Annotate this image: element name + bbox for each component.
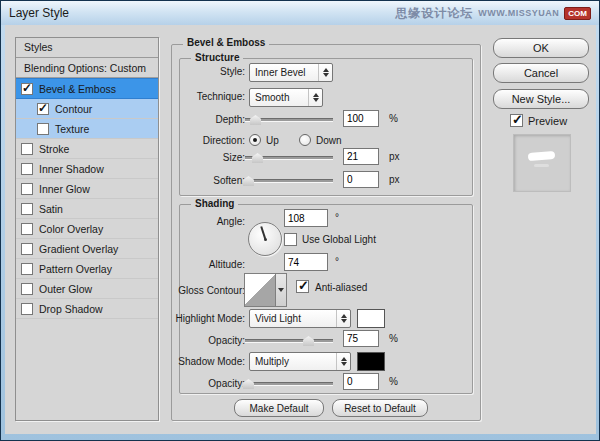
- make-default-button[interactable]: Make Default: [234, 399, 324, 417]
- structure-group-title: Structure: [191, 52, 243, 63]
- shadow-color-swatch[interactable]: [357, 352, 385, 371]
- window-title: Layer Style: [9, 6, 69, 20]
- highlight-opacity-label: Opacity:: [169, 335, 245, 346]
- bevel-emboss-checkbox[interactable]: [21, 83, 33, 95]
- preview-layer-shadow: [534, 164, 549, 167]
- sidebar-item-inner-shadow[interactable]: Inner Shadow: [16, 159, 158, 179]
- size-slider[interactable]: [245, 156, 333, 160]
- satin-checkbox[interactable]: [21, 203, 33, 215]
- contour-checkbox[interactable]: [37, 103, 49, 115]
- technique-label: Technique:: [169, 91, 245, 102]
- soften-label: Soften:: [169, 175, 245, 186]
- sidebar-item-stroke[interactable]: Stroke: [16, 139, 158, 159]
- use-global-light-checkbox[interactable]: [284, 233, 297, 246]
- sidebar-item-outer-glow[interactable]: Outer Glow: [16, 279, 158, 299]
- inner-glow-checkbox[interactable]: [21, 183, 33, 195]
- sidebar-item-label: Texture: [55, 123, 89, 135]
- sidebar-item-label: Satin: [39, 203, 63, 215]
- sidebar-item-blending-options[interactable]: Blending Options: Custom: [16, 58, 158, 78]
- ok-label: OK: [533, 42, 549, 54]
- anti-aliased-checkbox[interactable]: [296, 280, 309, 293]
- highlight-opacity-input[interactable]: [343, 330, 379, 347]
- angle-input[interactable]: [284, 209, 328, 227]
- reset-default-label: Reset to Default: [344, 403, 416, 414]
- shadow-mode-select[interactable]: Multiply: [249, 352, 351, 371]
- updown-arrows-icon: [336, 353, 350, 370]
- styles-panel: Styles Blending Options: Custom Bevel & …: [15, 37, 159, 421]
- watermark-badge: COM: [564, 7, 591, 20]
- pattern-overlay-checkbox[interactable]: [21, 263, 33, 275]
- sidebar-item-texture[interactable]: Texture: [16, 119, 158, 139]
- sidebar-item-label: Outer Glow: [39, 283, 92, 295]
- gloss-contour-thumbnail[interactable]: [244, 273, 276, 307]
- cancel-label: Cancel: [524, 67, 558, 79]
- angle-label: Angle:: [169, 216, 245, 227]
- watermark-cn-text: 思缘设计论坛: [395, 5, 473, 22]
- soften-slider[interactable]: [245, 179, 333, 183]
- titlebar[interactable]: Layer Style 思缘设计论坛 WWW.MISSYUAN COM: [1, 1, 599, 25]
- sidebar-item-gradient-overlay[interactable]: Gradient Overlay: [16, 239, 158, 259]
- cancel-button[interactable]: Cancel: [493, 63, 589, 83]
- shadow-opacity-input[interactable]: [343, 373, 379, 390]
- watermark: 思缘设计论坛 WWW.MISSYUAN COM: [395, 5, 591, 22]
- new-style-label: New Style...: [512, 93, 571, 105]
- depth-slider[interactable]: [245, 118, 333, 122]
- style-select-value: Inner Bevel: [255, 67, 306, 78]
- depth-label: Depth:: [169, 114, 245, 125]
- highlight-color-swatch[interactable]: [357, 309, 385, 328]
- technique-select-value: Smooth: [255, 92, 289, 103]
- texture-checkbox[interactable]: [37, 123, 49, 135]
- soften-unit: px: [389, 174, 400, 185]
- highlight-opacity-slider[interactable]: [245, 339, 333, 343]
- altitude-unit: °: [335, 256, 339, 267]
- styles-panel-header: Styles: [16, 38, 158, 58]
- stroke-checkbox[interactable]: [21, 143, 33, 155]
- anti-aliased-label: Anti-aliased: [315, 282, 367, 293]
- shadow-opacity-unit: %: [389, 376, 398, 387]
- sidebar-item-inner-glow[interactable]: Inner Glow: [16, 179, 158, 199]
- shading-group-title: Shading: [191, 198, 238, 209]
- shadow-opacity-label: Opacity:: [169, 378, 245, 389]
- sidebar-item-label: Stroke: [39, 143, 69, 155]
- soften-input[interactable]: [343, 171, 379, 188]
- sidebar-item-color-overlay[interactable]: Color Overlay: [16, 219, 158, 239]
- preview-checkbox[interactable]: [510, 114, 523, 127]
- shadow-mode-value: Multiply: [255, 356, 289, 367]
- drop-shadow-checkbox[interactable]: [21, 303, 33, 315]
- make-default-label: Make Default: [250, 403, 309, 414]
- sidebar-item-label: Color Overlay: [39, 223, 103, 235]
- highlight-mode-label: Highlight Mode:: [169, 313, 245, 324]
- sidebar-item-bevel-emboss[interactable]: Bevel & Emboss: [16, 78, 158, 99]
- sidebar-item-satin[interactable]: Satin: [16, 199, 158, 219]
- gloss-contour-dropdown-button[interactable]: [275, 273, 287, 307]
- inner-shadow-checkbox[interactable]: [21, 163, 33, 175]
- color-overlay-checkbox[interactable]: [21, 223, 33, 235]
- size-unit: px: [389, 151, 400, 162]
- outer-glow-checkbox[interactable]: [21, 283, 33, 295]
- sidebar-item-drop-shadow[interactable]: Drop Shadow: [16, 299, 158, 319]
- layer-style-dialog: Layer Style 思缘设计论坛 WWW.MISSYUAN COM Styl…: [0, 0, 600, 441]
- sidebar-item-contour[interactable]: Contour: [16, 99, 158, 119]
- sidebar-item-label: Inner Shadow: [39, 163, 104, 175]
- sidebar-item-pattern-overlay[interactable]: Pattern Overlay: [16, 259, 158, 279]
- shadow-opacity-slider[interactable]: [245, 382, 333, 386]
- new-style-button[interactable]: New Style...: [493, 89, 589, 109]
- technique-select[interactable]: Smooth: [249, 88, 323, 107]
- gloss-contour-label: Gloss Contour:: [169, 285, 245, 296]
- size-input[interactable]: [343, 148, 379, 165]
- direction-label: Direction:: [169, 135, 245, 146]
- style-select[interactable]: Inner Bevel: [249, 63, 333, 82]
- size-label: Size:: [169, 152, 245, 163]
- highlight-mode-select[interactable]: Vivid Light: [249, 309, 351, 328]
- sidebar-item-label: Pattern Overlay: [39, 263, 112, 275]
- direction-radio-up[interactable]: [249, 134, 261, 146]
- ok-button[interactable]: OK: [493, 38, 589, 58]
- angle-dial[interactable]: [248, 222, 282, 256]
- altitude-input[interactable]: [284, 253, 328, 271]
- reset-default-button[interactable]: Reset to Default: [332, 399, 428, 417]
- sidebar-item-label: Blending Options: Custom: [24, 62, 146, 74]
- sidebar-item-label: Inner Glow: [39, 183, 90, 195]
- gradient-overlay-checkbox[interactable]: [21, 243, 33, 255]
- depth-input[interactable]: [343, 110, 379, 127]
- direction-radio-down[interactable]: [299, 134, 311, 146]
